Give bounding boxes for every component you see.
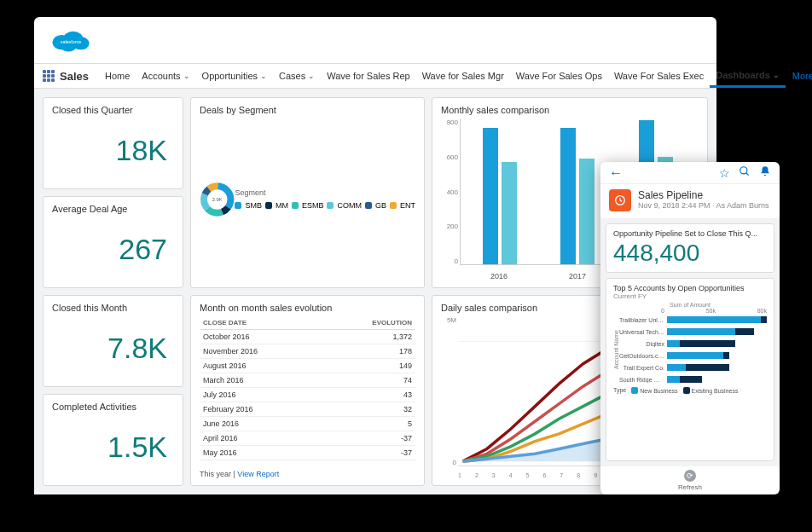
nav-item-wave-for-sales-exec[interactable]: Wave For Sales Exec: [608, 64, 710, 88]
mobile-subtitle: Nov 9, 2018 2:44 PM · As Adam Burns: [638, 201, 769, 210]
mobile-top-accounts-card[interactable]: Top 5 Accounts by Open Opportunities Cur…: [606, 278, 774, 461]
evolution-footer: This year | View Report: [200, 470, 415, 478]
table-row[interactable]: October 20161,372: [200, 330, 415, 344]
chevron-down-icon: ⌄: [260, 72, 267, 80]
table-row[interactable]: November 2016178: [200, 344, 415, 359]
logo-bar: salesforce: [34, 17, 716, 63]
nav-item-dashboards[interactable]: Dashboards⌄: [710, 64, 786, 88]
nav-item-wave-for-sales-ops[interactable]: Wave For Sales Ops: [510, 64, 608, 88]
donut-chart: 2.9K: [200, 136, 235, 263]
nav-item-cases[interactable]: Cases⌄: [273, 64, 321, 88]
back-icon[interactable]: ←: [609, 165, 623, 181]
view-report-link[interactable]: View Report: [237, 470, 279, 478]
nav-item-home[interactable]: Home: [99, 64, 136, 88]
chevron-down-icon: ⌄: [773, 71, 780, 79]
svg-line-15: [746, 173, 749, 176]
search-icon[interactable]: [739, 165, 751, 180]
svg-text:salesforce: salesforce: [61, 39, 82, 44]
mobile-title: Sales Pipeline: [638, 189, 769, 201]
mobile-kpi-card[interactable]: Opportunity Pipeline Set to Close This Q…: [606, 223, 774, 273]
kpi-completed-activities[interactable]: Completed Activities 1.5K: [43, 394, 183, 486]
table-row[interactable]: May 2016-37: [200, 446, 415, 460]
app-name: Sales: [60, 70, 89, 83]
evolution-card[interactable]: Month on month sales evolution CLOSE DAT…: [190, 295, 425, 486]
star-icon[interactable]: ☆: [719, 166, 730, 180]
kpi-closed-month[interactable]: Closed this Month 7.8K: [43, 295, 183, 387]
mobile-footer: ⟳ Refresh: [600, 466, 780, 494]
kpi-avg-deal-age[interactable]: Average Deal Age 267: [43, 196, 183, 288]
svg-text:2.9K: 2.9K: [212, 197, 223, 202]
table-row[interactable]: March 201674: [200, 373, 415, 388]
chevron-down-icon: ⌄: [308, 72, 315, 80]
refresh-icon[interactable]: ⟳: [684, 470, 696, 482]
app-launcher-icon: [43, 70, 55, 82]
nav-item-opportunities[interactable]: Opportunities⌄: [196, 64, 273, 88]
svg-point-14: [740, 167, 747, 174]
kpi-closed-quarter[interactable]: Closed this Quarter 18K: [43, 97, 183, 189]
nav-item-accounts[interactable]: Accounts⌄: [136, 64, 195, 88]
bell-icon[interactable]: [759, 165, 771, 180]
mobile-body: Opportunity Pipeline Set to Close This Q…: [600, 218, 780, 466]
nav-item-wave-for-sales-mgr[interactable]: Wave for Sales Mgr: [416, 64, 510, 88]
nav-item-wave-for-sales-rep[interactable]: Wave for Sales Rep: [321, 64, 415, 88]
table-row[interactable]: April 2016-37: [200, 431, 415, 446]
mobile-legend: Type New Business Existing Business: [613, 387, 767, 394]
chevron-down-icon: ⌄: [183, 72, 190, 80]
app-launcher[interactable]: Sales: [43, 70, 89, 83]
nav-more[interactable]: More ▾: [787, 71, 812, 81]
deals-by-segment-card[interactable]: Deals by Segment 2.9K Segment SMBMMESMBC…: [190, 97, 425, 288]
mobile-topbar: ← ☆: [600, 162, 780, 184]
table-row[interactable]: July 201643: [200, 388, 415, 402]
mobile-window: ← ☆ Sales Pipeline Nov 9, 2018 2:44 PM ·…: [600, 162, 780, 494]
mobile-hbar-chart: Sum of Amount 050k80k Account Name Trail…: [613, 302, 767, 404]
table-row[interactable]: August 2016149: [200, 359, 415, 373]
table-row[interactable]: February 201632: [200, 402, 415, 417]
navbar: Sales HomeAccounts⌄Opportunities⌄Cases⌄W…: [34, 63, 716, 89]
salesforce-logo: salesforce: [48, 25, 94, 55]
evolution-table: CLOSE DATE EVOLUTION October 20161,372No…: [200, 316, 415, 467]
donut-legend: Segment SMBMMESMBCOMMGBENT: [235, 187, 415, 213]
table-row[interactable]: June 20165: [200, 417, 415, 431]
pipeline-icon: [609, 189, 631, 211]
mobile-header: Sales Pipeline Nov 9, 2018 2:44 PM · As …: [600, 184, 780, 218]
